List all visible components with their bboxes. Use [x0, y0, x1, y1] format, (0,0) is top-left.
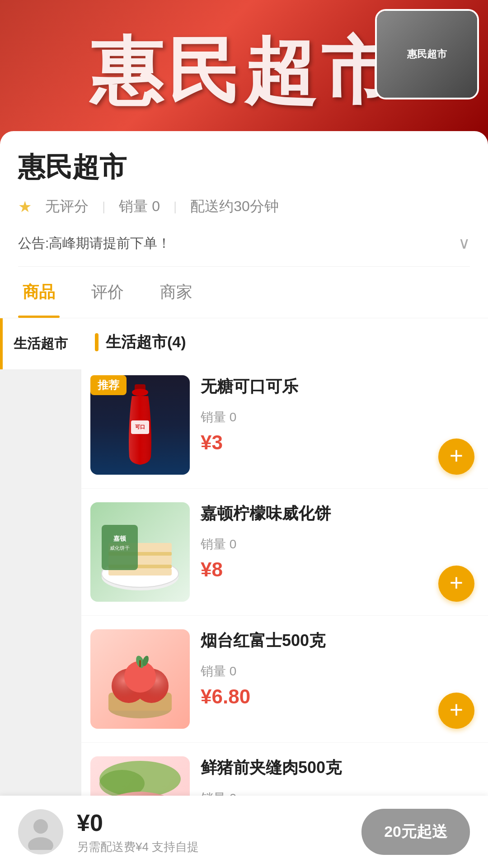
product-image-wrap: 嘉顿 威化饼干 — [90, 502, 190, 602]
svg-point-1 — [132, 389, 148, 396]
meta-divider-2: | — [174, 199, 177, 214]
category-bar-indicator — [95, 333, 99, 351]
product-price: ¥3 — [201, 431, 474, 454]
product-info: 嘉顿柠檬味威化饼 销量 0 ¥8 — [201, 502, 474, 581]
meta-divider-1: | — [102, 199, 105, 214]
cart-avatar — [18, 809, 63, 854]
product-name: 鲜猪前夹缝肉500克 — [201, 756, 474, 779]
bottom-bar: ¥0 另需配送费¥4 支持自提 20元起送 — [0, 796, 488, 868]
avatar-icon — [23, 814, 59, 850]
product-list: 生活超市(4) 推荐 可口 — [81, 318, 488, 868]
product-sales: 销量 0 — [201, 663, 474, 680]
product-sales: 销量 0 — [201, 536, 474, 553]
store-info-card: 惠民超市 ★ 无评分 | 销量 0 | 配送约30分钟 公告:高峰期请提前下单！… — [0, 131, 488, 267]
product-name: 烟台红富士500克 — [201, 629, 474, 652]
category-header: 生活超市(4) — [81, 318, 488, 362]
tabs-container: 商品 评价 商家 — [0, 267, 488, 318]
sidebar-item-supermarket[interactable]: 生活超市 — [0, 318, 81, 369]
product-image-wrap — [90, 629, 190, 729]
hero-banner: 惠民超市 惠民超市 — [0, 0, 488, 145]
product-badge: 推荐 — [90, 375, 127, 395]
chevron-down-icon[interactable]: ∨ — [458, 234, 470, 253]
category-label: 生活超市(4) — [106, 332, 186, 353]
announcement-text: 公告:高峰期请提前下单！ — [18, 234, 171, 253]
plus-icon: + — [450, 444, 463, 467]
svg-point-26 — [33, 819, 48, 834]
add-to-cart-button[interactable]: + — [438, 439, 474, 475]
add-to-cart-button[interactable]: + — [438, 566, 474, 602]
product-item: 推荐 可口 — [81, 362, 488, 489]
product-price: ¥8 — [201, 558, 474, 581]
product-item: 烟台红富士500克 销量 0 ¥6.80 + — [81, 616, 488, 743]
cart-price: ¥0 — [77, 809, 361, 836]
product-price: ¥6.80 — [201, 685, 474, 708]
add-to-cart-button[interactable]: + — [438, 693, 474, 729]
tab-merchant[interactable]: 商家 — [155, 267, 197, 318]
product-item: 嘉顿 威化饼干 嘉顿柠檬味威化饼 销量 0 ¥8 + — [81, 489, 488, 616]
store-thumb-text: 惠民超市 — [407, 47, 447, 61]
product-name: 无糖可口可乐 — [201, 375, 474, 398]
sidebar: 生活超市 — [0, 318, 81, 868]
product-image-wafer: 嘉顿 威化饼干 — [90, 502, 190, 602]
plus-icon: + — [450, 698, 463, 722]
plus-icon: + — [450, 571, 463, 594]
product-info: 烟台红富士500克 销量 0 ¥6.80 — [201, 629, 474, 708]
svg-text:可口: 可口 — [135, 424, 145, 429]
store-thumbnail: 惠民超市 — [375, 9, 479, 99]
store-name: 惠民超市 — [18, 149, 470, 186]
content-area: 生活超市 生活超市(4) 推荐 可口 — [0, 318, 488, 868]
svg-text:威化饼干: 威化饼干 — [110, 545, 130, 551]
store-meta: ★ 无评分 | 销量 0 | 配送约30分钟 — [18, 197, 470, 217]
store-rating: 无评分 — [45, 197, 89, 217]
star-icon: ★ — [18, 198, 32, 216]
hero-title-bg: 惠民超市 — [90, 24, 398, 121]
product-info: 无糖可口可乐 销量 0 ¥3 — [201, 375, 474, 454]
product-image-apple — [90, 629, 190, 729]
product-sales: 销量 0 — [201, 409, 474, 426]
tab-products[interactable]: 商品 — [18, 267, 60, 318]
store-delivery-time: 配送约30分钟 — [190, 197, 279, 217]
svg-text:嘉顿: 嘉顿 — [113, 535, 127, 542]
store-sales: 销量 0 — [119, 197, 160, 217]
announcement-bar: 公告:高峰期请提前下单！ ∨ — [18, 226, 470, 267]
product-image-wrap: 推荐 可口 — [90, 375, 190, 475]
svg-point-27 — [28, 837, 53, 850]
cart-subtext: 另需配送费¥4 支持自提 — [77, 839, 361, 855]
checkout-button[interactable]: 20元起送 — [361, 809, 470, 855]
tab-reviews[interactable]: 评价 — [87, 267, 128, 318]
product-name: 嘉顿柠檬味威化饼 — [201, 502, 474, 525]
svg-rect-23 — [139, 660, 141, 667]
checkout-label: 20元起送 — [384, 823, 447, 840]
cart-info: ¥0 另需配送费¥4 支持自提 — [77, 809, 361, 855]
